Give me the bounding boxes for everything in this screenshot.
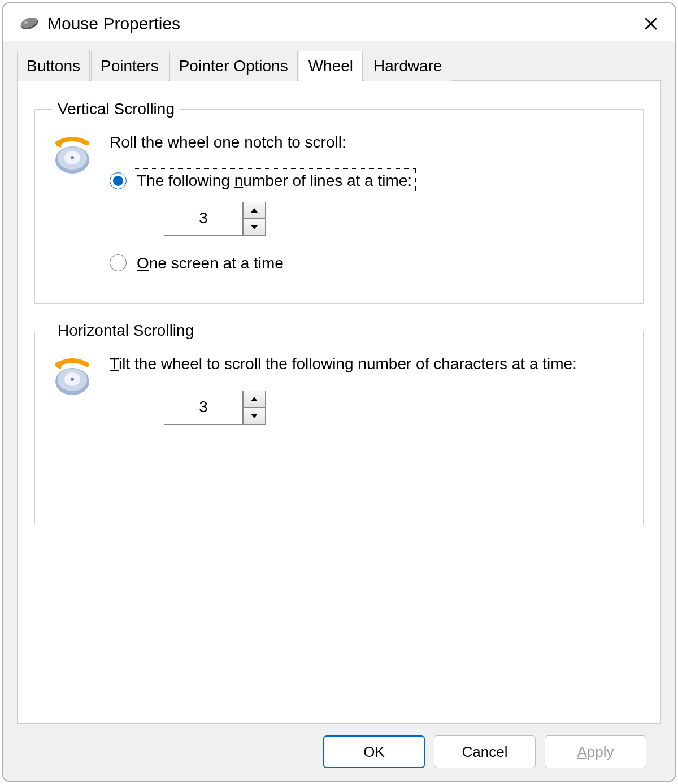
lines-spinner: 3 bbox=[164, 202, 628, 236]
ok-button[interactable]: OK bbox=[323, 735, 425, 768]
titlebar: Mouse Properties bbox=[3, 3, 675, 41]
horizontal-lead-text: Tilt the wheel to scroll the following n… bbox=[110, 353, 628, 375]
triangle-up-icon bbox=[251, 208, 258, 213]
chars-spinner-value[interactable]: 3 bbox=[164, 391, 243, 425]
vertical-scrolling-legend: Vertical Scrolling bbox=[53, 100, 179, 118]
scroll-wheel-icon bbox=[50, 133, 95, 178]
tab-hardware[interactable]: Hardware bbox=[364, 51, 451, 81]
cancel-button[interactable]: Cancel bbox=[434, 735, 536, 768]
radio-lines-at-a-time[interactable] bbox=[110, 172, 127, 189]
scroll-wheel-tilt-icon bbox=[50, 354, 95, 400]
tab-buttons[interactable]: Buttons bbox=[17, 51, 90, 81]
svg-point-9 bbox=[71, 156, 74, 159]
svg-point-16 bbox=[71, 378, 74, 381]
close-icon bbox=[644, 16, 658, 31]
svg-marker-11 bbox=[251, 225, 258, 229]
triangle-down-icon bbox=[251, 414, 258, 418]
vertical-scrolling-group: Vertical Scrolling Roll the wh bbox=[34, 100, 644, 304]
tab-strip: Buttons Pointers Pointer Options Wheel H… bbox=[17, 51, 661, 81]
triangle-down-icon bbox=[251, 225, 258, 229]
window-title: Mouse Properties bbox=[47, 14, 638, 33]
chars-spinner-up[interactable] bbox=[243, 391, 266, 408]
tab-pointers[interactable]: Pointers bbox=[91, 51, 168, 81]
radio-screen-label: One screen at a time bbox=[133, 252, 287, 275]
tab-pointer-options[interactable]: Pointer Options bbox=[169, 51, 298, 81]
lines-spinner-down[interactable] bbox=[243, 219, 266, 236]
lines-spinner-up[interactable] bbox=[243, 202, 266, 219]
mouse-icon bbox=[19, 14, 40, 34]
mouse-properties-window: Mouse Properties Buttons Pointers Pointe… bbox=[2, 2, 676, 782]
radio-one-screen[interactable] bbox=[110, 254, 127, 271]
chars-spinner: 3 bbox=[164, 391, 628, 425]
dialog-body: Buttons Pointers Pointer Options Wheel H… bbox=[3, 41, 675, 781]
apply-button[interactable]: Apply bbox=[545, 735, 646, 768]
svg-marker-10 bbox=[251, 208, 258, 213]
horizontal-scrolling-group: Horizontal Scrolling Tilt the bbox=[34, 322, 644, 525]
vertical-lead-text: Roll the wheel one notch to scroll: bbox=[110, 132, 628, 153]
horizontal-scrolling-legend: Horizontal Scrolling bbox=[53, 322, 198, 340]
tab-wheel[interactable]: Wheel bbox=[299, 51, 363, 81]
chars-spinner-down[interactable] bbox=[243, 408, 266, 425]
lines-spinner-value[interactable]: 3 bbox=[164, 202, 243, 236]
tab-panel-wheel: Vertical Scrolling Roll the wh bbox=[17, 80, 661, 724]
radio-lines-row[interactable]: The following number of lines at a time: bbox=[110, 169, 628, 193]
triangle-up-icon bbox=[251, 397, 258, 401]
radio-lines-label: The following number of lines at a time: bbox=[133, 169, 415, 193]
radio-screen-row[interactable]: One screen at a time bbox=[110, 252, 628, 275]
dialog-button-row: OK Cancel Apply bbox=[17, 724, 661, 781]
svg-marker-17 bbox=[251, 397, 258, 401]
close-button[interactable] bbox=[638, 11, 663, 36]
svg-marker-18 bbox=[251, 414, 258, 418]
